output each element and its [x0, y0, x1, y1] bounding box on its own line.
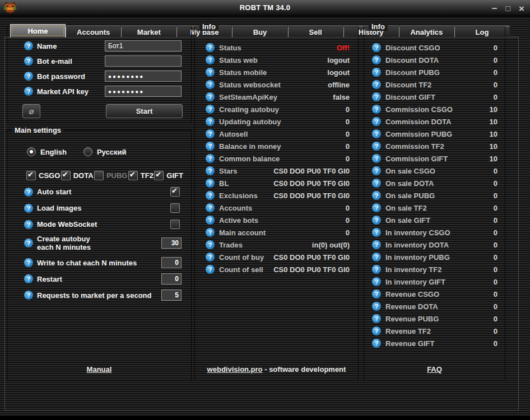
- tab[interactable]: Home: [10, 24, 66, 38]
- titlebar: ROBT TM 34.0 − □ ×: [0, 0, 530, 17]
- content-panel: [4, 37, 519, 410]
- info1-title: Info: [199, 22, 218, 31]
- maximize-button[interactable]: □: [506, 4, 510, 13]
- info2-title: Info: [369, 22, 388, 31]
- minimize-button[interactable]: −: [492, 4, 498, 13]
- window-body: Home Accounts Market My base Buy: [0, 17, 530, 416]
- window-title: ROBT TM 34.0: [0, 3, 530, 12]
- tab-label: Home: [27, 27, 48, 35]
- close-button[interactable]: ×: [519, 4, 524, 13]
- app-window: ROBT TM 34.0 − □ × Home Accounts Market: [0, 0, 530, 420]
- window-controls: − □ ×: [492, 0, 524, 17]
